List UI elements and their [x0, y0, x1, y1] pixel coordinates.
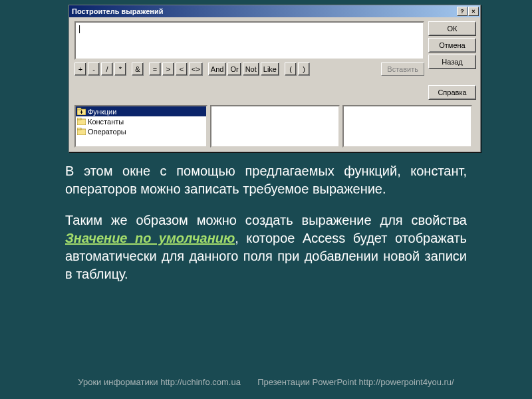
op-and[interactable]: And: [208, 63, 227, 76]
highlight-default-value: Значение по умолчанию: [65, 231, 235, 245]
svg-rect-4: [77, 119, 86, 125]
footer-right: Презентации PowerPoint http://powerpoint…: [257, 377, 454, 387]
op-rparen[interactable]: ): [298, 63, 310, 76]
op-lparen[interactable]: (: [285, 63, 297, 76]
paragraph-2: Таким же образом можно создать выражение…: [65, 211, 467, 283]
category-tree-panel[interactable]: Функции Константы Операторы: [74, 105, 207, 148]
op-like[interactable]: Like: [261, 63, 279, 76]
expression-input[interactable]: |: [74, 21, 424, 60]
close-icon[interactable]: ×: [468, 7, 479, 16]
right-panel[interactable]: [342, 105, 472, 148]
tree-item-functions[interactable]: Функции: [76, 106, 206, 116]
tree-item-constants[interactable]: Константы: [76, 116, 206, 126]
back-button[interactable]: Назад: [428, 55, 476, 69]
middle-panel[interactable]: [210, 105, 340, 148]
op-plus[interactable]: +: [74, 63, 86, 76]
tree-label: Константы: [88, 118, 124, 126]
svg-rect-5: [77, 118, 81, 120]
slide-footer: Уроки информатики http://uchinfo.com.ua …: [0, 377, 532, 387]
svg-rect-6: [77, 129, 86, 135]
operator-toolbar: + - / * & = > < <> And Or Not Like: [74, 63, 424, 76]
op-minus[interactable]: -: [88, 63, 100, 76]
op-or[interactable]: Or: [227, 63, 241, 76]
op-gt[interactable]: >: [162, 63, 174, 76]
paragraph-1: В этом окне с помощью предлагаемых функц…: [65, 162, 467, 198]
ok-button[interactable]: ОК: [428, 21, 476, 36]
titlebar[interactable]: Построитель выражений ? ×: [69, 5, 480, 17]
help-icon[interactable]: ?: [457, 7, 467, 16]
help-button[interactable]: Справка: [428, 85, 476, 100]
footer-left: Уроки информатики http://uchinfo.com.ua: [78, 377, 241, 387]
slide-body-text: В этом окне с помощью предлагаемых функц…: [65, 162, 467, 297]
folder-plus-icon: [77, 108, 86, 115]
op-neq[interactable]: <>: [189, 63, 203, 76]
op-multiply[interactable]: *: [114, 63, 126, 76]
tree-label: Функции: [88, 108, 116, 116]
tree-item-operators[interactable]: Операторы: [76, 126, 206, 136]
op-lt[interactable]: <: [176, 63, 188, 76]
op-amp[interactable]: &: [132, 63, 144, 76]
svg-rect-1: [77, 108, 81, 110]
op-not[interactable]: Not: [243, 63, 259, 76]
window-title: Построитель выражений: [72, 7, 457, 15]
op-divide[interactable]: /: [101, 63, 113, 76]
svg-rect-7: [77, 128, 81, 130]
folder-icon: [77, 128, 86, 135]
cancel-button[interactable]: Отмена: [428, 38, 476, 53]
expression-builder-window: Построитель выражений ? × | + - / * & = …: [68, 5, 481, 152]
op-eq[interactable]: =: [149, 63, 161, 76]
insert-button[interactable]: Вставить: [381, 63, 424, 76]
folder-icon: [77, 118, 86, 125]
tree-label: Операторы: [88, 128, 126, 136]
